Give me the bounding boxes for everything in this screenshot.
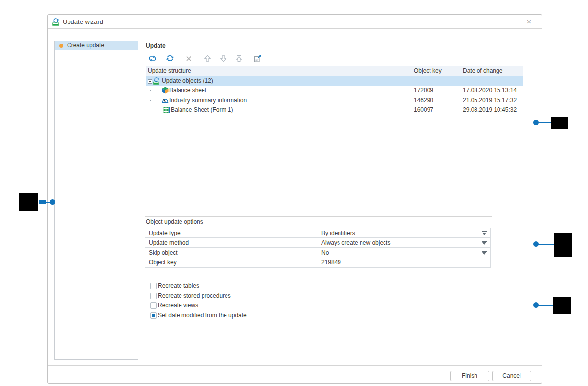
option-label: Skip object — [149, 248, 178, 257]
callout-line — [536, 305, 553, 306]
update-wizard-icon — [52, 18, 60, 26]
column-separator — [318, 257, 318, 267]
update-objects-icon — [153, 77, 160, 85]
redaction-box — [19, 193, 38, 211]
tree-row-label: Industry summary information — [169, 95, 247, 105]
cell-object-key: 146290 — [414, 95, 433, 105]
option-row-update-type: Update type By identifiers — [145, 228, 490, 238]
checkbox-label: Recreate tables — [158, 281, 199, 291]
toolbar-separator — [249, 55, 249, 62]
checkbox-label: Recreate stored procedures — [158, 291, 231, 300]
delete-icon[interactable] — [185, 54, 193, 63]
redaction-box — [554, 233, 572, 257]
option-row-update-method: Update method Always create new objects — [145, 238, 490, 248]
option-row-object-key: Object key 219849 — [145, 257, 490, 267]
expand-icon[interactable] — [154, 98, 158, 102]
step-bullet-icon — [59, 44, 63, 48]
update-wizard-dialog: Update wizard × Create update Update — [47, 14, 542, 384]
collapse-icon[interactable] — [148, 78, 152, 83]
cell-date-of-change: 29.08.2019 10:45:32 — [463, 105, 517, 115]
table-header: Update structure Object key Date of chan… — [146, 66, 523, 76]
toolbar — [146, 51, 523, 65]
move-top-icon[interactable] — [235, 54, 243, 63]
redaction-box — [553, 297, 571, 314]
option-value-dropdown[interactable]: By identifiers — [321, 228, 355, 238]
column-header-date-of-change[interactable]: Date of change — [463, 66, 502, 76]
move-down-icon[interactable] — [219, 54, 227, 63]
chevron-down-icon[interactable] — [482, 241, 487, 245]
column-separator — [318, 248, 318, 257]
chevron-down-icon[interactable] — [482, 251, 487, 255]
dialog-title: Update wizard — [63, 18, 103, 25]
update-structure-icon[interactable] — [148, 54, 157, 63]
move-up-icon[interactable] — [204, 54, 212, 63]
expand-icon[interactable] — [154, 88, 158, 92]
option-value-dropdown[interactable]: No — [321, 248, 329, 257]
cell-object-key: 160097 — [414, 105, 433, 115]
checkbox-icon[interactable] — [150, 312, 157, 319]
cancel-button[interactable]: Cancel — [492, 371, 531, 381]
toolbar-separator — [179, 55, 180, 62]
option-value-dropdown[interactable]: Always create new objects — [321, 238, 390, 248]
object-update-options-table: Update type By identifiers Update method… — [145, 228, 491, 268]
open-form-icon[interactable] — [253, 54, 262, 63]
tree-row-balance-sheet[interactable]: Balance sheet 172009 17.03.2020 15:13:14 — [146, 86, 523, 95]
section-title-update: Update — [146, 43, 166, 49]
sidebar-item-label: Create update — [67, 41, 104, 50]
chevron-down-icon[interactable] — [482, 231, 487, 236]
update-structure-table: Update structure Object key Date of chan… — [146, 66, 523, 115]
redaction-box — [551, 117, 568, 129]
sidebar-item-create-update[interactable]: Create update — [55, 41, 138, 50]
divider — [145, 216, 492, 217]
option-label: Update method — [149, 238, 189, 248]
toolbar-separator — [198, 55, 199, 62]
column-separator — [318, 228, 318, 238]
table-grid-icon — [163, 107, 170, 113]
option-row-skip-object: Skip object No — [145, 248, 490, 257]
column-separator — [410, 66, 410, 76]
titlebar: Update wizard × — [48, 15, 542, 29]
toolbar-separator — [160, 55, 161, 62]
column-header-object-key[interactable]: Object key — [414, 66, 442, 76]
callout-line — [536, 244, 554, 245]
callout-bar — [39, 200, 46, 204]
cell-date-of-change: 21.05.2019 15:17:32 — [463, 95, 517, 105]
cell-object-key: 172009 — [414, 86, 433, 95]
cube-icon — [162, 87, 169, 94]
callout-dot — [50, 199, 55, 205]
cell-date-of-change: 17.03.2020 15:13:14 — [463, 86, 517, 95]
option-label: Object key — [149, 257, 177, 267]
close-icon[interactable]: × — [527, 17, 531, 26]
gauge-icon — [162, 97, 169, 104]
checkbox-icon[interactable] — [150, 283, 157, 289]
checkbox-label: Set date modified from the update — [158, 311, 247, 320]
tree-row-label: Balance sheet — [169, 86, 206, 95]
column-separator — [318, 238, 318, 248]
column-separator — [459, 66, 459, 76]
checkbox-label: Recreate views — [158, 301, 198, 310]
option-value[interactable]: 219849 — [321, 257, 341, 267]
tree-row-update-objects[interactable]: Update objects (12) — [146, 76, 523, 86]
tree-row-industry-summary[interactable]: Industry summary information 146290 21.0… — [146, 95, 523, 105]
column-header-update-structure[interactable]: Update structure — [148, 66, 191, 76]
section-title-object-update-options: Object update options — [146, 218, 203, 225]
tree-row-balance-sheet-form1[interactable]: Balance Sheet (Form 1) 160097 29.08.2019… — [146, 105, 523, 115]
option-label: Update type — [149, 228, 181, 238]
refresh-icon[interactable] — [166, 54, 174, 63]
checkbox-icon[interactable] — [150, 302, 157, 309]
callout-line — [536, 122, 551, 123]
wizard-steps-panel: Create update — [54, 41, 138, 360]
checkbox-icon[interactable] — [150, 293, 157, 299]
tree-row-label: Update objects (12) — [162, 76, 213, 86]
tree-row-label: Balance Sheet (Form 1) — [171, 105, 233, 115]
finish-button[interactable]: Finish — [450, 371, 489, 381]
footer-divider — [48, 365, 542, 366]
